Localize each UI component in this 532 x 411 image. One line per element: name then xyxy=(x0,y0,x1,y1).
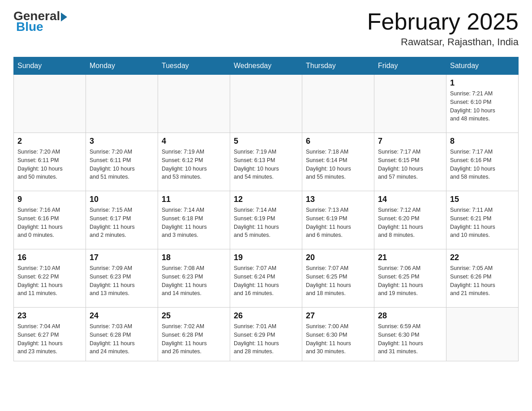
month-title: February 2025 xyxy=(367,9,519,34)
day-number: 9 xyxy=(17,195,82,204)
day-number: 14 xyxy=(378,195,442,204)
day-number: 3 xyxy=(90,137,154,146)
day-info: Sunrise: 6:59 AM Sunset: 6:30 PM Dayligh… xyxy=(378,322,442,356)
day-number: 19 xyxy=(234,253,298,262)
calendar-cell: 27Sunrise: 7:00 AM Sunset: 6:30 PM Dayli… xyxy=(302,308,374,361)
day-info: Sunrise: 7:18 AM Sunset: 6:14 PM Dayligh… xyxy=(306,148,370,181)
day-info: Sunrise: 7:20 AM Sunset: 6:11 PM Dayligh… xyxy=(17,148,82,181)
day-info: Sunrise: 7:21 AM Sunset: 6:10 PM Dayligh… xyxy=(450,90,515,123)
calendar-cell xyxy=(158,75,230,133)
calendar-cell: 22Sunrise: 7:05 AM Sunset: 6:26 PM Dayli… xyxy=(446,249,519,308)
calendar-cell: 6Sunrise: 7:18 AM Sunset: 6:14 PM Daylig… xyxy=(302,133,374,191)
calendar-cell: 14Sunrise: 7:12 AM Sunset: 6:20 PM Dayli… xyxy=(374,191,446,249)
location-text: Rawatsar, Rajasthan, India xyxy=(367,36,519,48)
day-info: Sunrise: 7:20 AM Sunset: 6:11 PM Dayligh… xyxy=(90,148,154,181)
calendar-cell: 23Sunrise: 7:04 AM Sunset: 6:27 PM Dayli… xyxy=(14,308,86,361)
calendar-cell: 25Sunrise: 7:02 AM Sunset: 6:28 PM Dayli… xyxy=(158,308,230,361)
day-info: Sunrise: 7:06 AM Sunset: 6:25 PM Dayligh… xyxy=(378,264,442,298)
day-number: 2 xyxy=(17,137,82,146)
week-row-5: 23Sunrise: 7:04 AM Sunset: 6:27 PM Dayli… xyxy=(14,308,519,361)
week-row-3: 9Sunrise: 7:16 AM Sunset: 6:16 PM Daylig… xyxy=(14,191,519,249)
calendar-cell xyxy=(86,75,158,133)
calendar-cell: 21Sunrise: 7:06 AM Sunset: 6:25 PM Dayli… xyxy=(374,249,446,308)
day-info: Sunrise: 7:14 AM Sunset: 6:19 PM Dayligh… xyxy=(234,206,298,240)
week-row-4: 16Sunrise: 7:10 AM Sunset: 6:22 PM Dayli… xyxy=(14,249,519,308)
calendar-cell: 4Sunrise: 7:19 AM Sunset: 6:12 PM Daylig… xyxy=(158,133,230,191)
day-info: Sunrise: 7:15 AM Sunset: 6:17 PM Dayligh… xyxy=(90,206,154,240)
day-number: 21 xyxy=(378,253,442,262)
header-cell-wednesday: Wednesday xyxy=(230,57,302,75)
calendar-cell xyxy=(374,75,446,133)
header-cell-saturday: Saturday xyxy=(446,57,519,75)
day-number: 18 xyxy=(162,253,226,262)
day-info: Sunrise: 7:11 AM Sunset: 6:21 PM Dayligh… xyxy=(450,206,515,240)
calendar-cell: 26Sunrise: 7:01 AM Sunset: 6:29 PM Dayli… xyxy=(230,308,302,361)
logo: General Blue xyxy=(13,9,67,34)
day-number: 10 xyxy=(90,195,154,204)
day-info: Sunrise: 7:07 AM Sunset: 6:25 PM Dayligh… xyxy=(306,264,370,298)
day-number: 25 xyxy=(162,311,226,321)
calendar-cell: 8Sunrise: 7:17 AM Sunset: 6:16 PM Daylig… xyxy=(446,133,519,191)
calendar-body: 1Sunrise: 7:21 AM Sunset: 6:10 PM Daylig… xyxy=(14,75,519,361)
day-info: Sunrise: 7:04 AM Sunset: 6:27 PM Dayligh… xyxy=(17,322,82,356)
calendar-cell: 2Sunrise: 7:20 AM Sunset: 6:11 PM Daylig… xyxy=(14,133,86,191)
day-info: Sunrise: 7:05 AM Sunset: 6:26 PM Dayligh… xyxy=(450,264,515,298)
calendar-cell: 19Sunrise: 7:07 AM Sunset: 6:24 PM Dayli… xyxy=(230,249,302,308)
day-info: Sunrise: 7:09 AM Sunset: 6:23 PM Dayligh… xyxy=(90,264,154,298)
header-cell-friday: Friday xyxy=(374,57,446,75)
header-cell-thursday: Thursday xyxy=(302,57,374,75)
day-number: 4 xyxy=(162,137,226,146)
day-number: 11 xyxy=(162,195,226,204)
week-row-1: 1Sunrise: 7:21 AM Sunset: 6:10 PM Daylig… xyxy=(14,75,519,133)
header-row: SundayMondayTuesdayWednesdayThursdayFrid… xyxy=(14,57,519,75)
calendar-cell: 9Sunrise: 7:16 AM Sunset: 6:16 PM Daylig… xyxy=(14,191,86,249)
day-number: 7 xyxy=(378,137,442,146)
header-cell-tuesday: Tuesday xyxy=(158,57,230,75)
day-info: Sunrise: 7:17 AM Sunset: 6:16 PM Dayligh… xyxy=(450,148,515,181)
calendar-cell xyxy=(302,75,374,133)
day-number: 20 xyxy=(306,253,370,262)
calendar-cell: 28Sunrise: 6:59 AM Sunset: 6:30 PM Dayli… xyxy=(374,308,446,361)
day-info: Sunrise: 7:13 AM Sunset: 6:19 PM Dayligh… xyxy=(306,206,370,240)
day-info: Sunrise: 7:08 AM Sunset: 6:23 PM Dayligh… xyxy=(162,264,226,298)
week-row-2: 2Sunrise: 7:20 AM Sunset: 6:11 PM Daylig… xyxy=(14,133,519,191)
calendar-cell: 5Sunrise: 7:19 AM Sunset: 6:13 PM Daylig… xyxy=(230,133,302,191)
calendar-cell: 3Sunrise: 7:20 AM Sunset: 6:11 PM Daylig… xyxy=(86,133,158,191)
calendar-cell: 13Sunrise: 7:13 AM Sunset: 6:19 PM Dayli… xyxy=(302,191,374,249)
calendar-cell: 1Sunrise: 7:21 AM Sunset: 6:10 PM Daylig… xyxy=(446,75,519,133)
calendar-cell xyxy=(14,75,86,133)
logo-blue-text: Blue xyxy=(16,20,43,34)
day-info: Sunrise: 7:02 AM Sunset: 6:28 PM Dayligh… xyxy=(162,322,226,356)
page-header: General Blue February 2025 Rawatsar, Raj… xyxy=(13,9,519,48)
calendar-header: SundayMondayTuesdayWednesdayThursdayFrid… xyxy=(14,57,519,75)
day-info: Sunrise: 7:12 AM Sunset: 6:20 PM Dayligh… xyxy=(378,206,442,240)
day-number: 28 xyxy=(378,311,442,321)
day-info: Sunrise: 7:01 AM Sunset: 6:29 PM Dayligh… xyxy=(234,322,298,356)
day-info: Sunrise: 7:17 AM Sunset: 6:15 PM Dayligh… xyxy=(378,148,442,181)
calendar-cell: 10Sunrise: 7:15 AM Sunset: 6:17 PM Dayli… xyxy=(86,191,158,249)
day-number: 12 xyxy=(234,195,298,204)
day-number: 6 xyxy=(306,137,370,146)
calendar-cell: 7Sunrise: 7:17 AM Sunset: 6:15 PM Daylig… xyxy=(374,133,446,191)
day-number: 23 xyxy=(17,311,82,321)
day-info: Sunrise: 7:16 AM Sunset: 6:16 PM Dayligh… xyxy=(17,206,82,240)
day-info: Sunrise: 7:00 AM Sunset: 6:30 PM Dayligh… xyxy=(306,322,370,356)
day-number: 26 xyxy=(234,311,298,321)
day-number: 15 xyxy=(450,195,515,204)
day-number: 24 xyxy=(90,311,154,321)
calendar-cell: 11Sunrise: 7:14 AM Sunset: 6:18 PM Dayli… xyxy=(158,191,230,249)
calendar-cell: 20Sunrise: 7:07 AM Sunset: 6:25 PM Dayli… xyxy=(302,249,374,308)
header-cell-monday: Monday xyxy=(86,57,158,75)
day-info: Sunrise: 7:07 AM Sunset: 6:24 PM Dayligh… xyxy=(234,264,298,298)
calendar-table: SundayMondayTuesdayWednesdayThursdayFrid… xyxy=(13,57,519,361)
calendar-cell xyxy=(446,308,519,361)
calendar-cell: 17Sunrise: 7:09 AM Sunset: 6:23 PM Dayli… xyxy=(86,249,158,308)
day-info: Sunrise: 7:03 AM Sunset: 6:28 PM Dayligh… xyxy=(90,322,154,356)
day-number: 17 xyxy=(90,253,154,262)
day-number: 5 xyxy=(234,137,298,146)
calendar-cell: 12Sunrise: 7:14 AM Sunset: 6:19 PM Dayli… xyxy=(230,191,302,249)
day-info: Sunrise: 7:19 AM Sunset: 6:13 PM Dayligh… xyxy=(234,148,298,181)
day-info: Sunrise: 7:14 AM Sunset: 6:18 PM Dayligh… xyxy=(162,206,226,240)
day-info: Sunrise: 7:10 AM Sunset: 6:22 PM Dayligh… xyxy=(17,264,82,298)
calendar-cell xyxy=(230,75,302,133)
